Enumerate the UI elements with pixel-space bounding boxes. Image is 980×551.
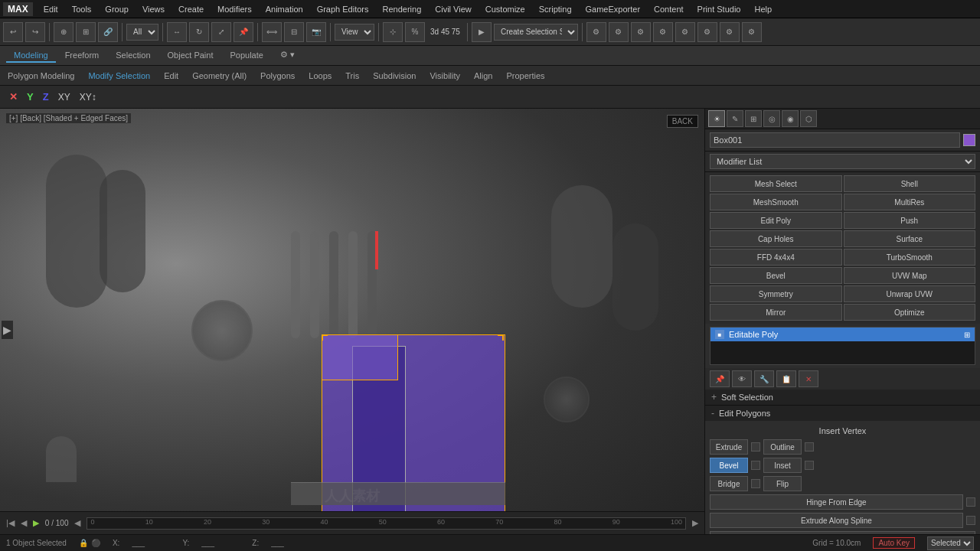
- tab-lights-icon[interactable]: ◉: [782, 110, 799, 127]
- stack-show-button[interactable]: 👁: [732, 370, 752, 387]
- link-button[interactable]: 🔗: [98, 22, 118, 42]
- filter-dropdown[interactable]: All: [126, 24, 158, 41]
- extrude-spline-settings[interactable]: [966, 516, 975, 525]
- settings-button4[interactable]: ⚙: [653, 22, 673, 42]
- scale-button[interactable]: ⤢: [211, 22, 231, 42]
- menu-views[interactable]: Views: [136, 3, 171, 15]
- axis-z[interactable]: Z: [40, 90, 52, 104]
- settings-button3[interactable]: ⚙: [631, 22, 651, 42]
- move-button[interactable]: ↔: [167, 22, 187, 42]
- poly-tab-subdivision[interactable]: Subdivision: [368, 70, 420, 82]
- menu-graph-editors[interactable]: Graph Editors: [311, 3, 375, 15]
- modifier-bevel[interactable]: Bevel: [710, 267, 842, 284]
- settings-button1[interactable]: ⚙: [586, 22, 606, 42]
- stack-copy-button[interactable]: 📋: [776, 370, 796, 387]
- poly-tab-geometry-all[interactable]: Geometry (All): [188, 70, 251, 82]
- axis-y[interactable]: Y: [24, 90, 37, 104]
- close-icon[interactable]: ✕: [6, 90, 21, 104]
- edit-polygons-header[interactable]: - Edit Polygons: [705, 406, 980, 421]
- tab-populate[interactable]: Populate: [222, 49, 270, 63]
- viewport-mode-dropdown[interactable]: View: [335, 24, 374, 41]
- tab-extra[interactable]: ⚙ ▾: [273, 48, 302, 63]
- outline-settings[interactable]: [805, 442, 814, 452]
- object-color-swatch[interactable]: [963, 134, 975, 146]
- poly-tab-properties[interactable]: Properties: [501, 70, 549, 82]
- left-panel-toggle[interactable]: ▶: [2, 321, 13, 339]
- settings-button6[interactable]: ⚙: [697, 22, 717, 42]
- stack-delete-button[interactable]: ✕: [799, 370, 818, 387]
- align-button[interactable]: ⊟: [284, 22, 304, 42]
- play-prev-button[interactable]: |◀: [3, 518, 18, 528]
- stack-item-close[interactable]: ⊞: [964, 331, 970, 339]
- bridge-button[interactable]: Bridge: [710, 476, 748, 491]
- menu-game-exporter[interactable]: GameExporter: [580, 3, 647, 15]
- render-button[interactable]: ▶: [472, 22, 492, 42]
- axis-xy2[interactable]: XY↕: [77, 90, 100, 104]
- extrude-button[interactable]: Extrude: [710, 439, 748, 455]
- modifier-mesh-select[interactable]: Mesh Select: [710, 175, 842, 192]
- selection-lock-icon[interactable]: 🔒: [79, 539, 88, 547]
- stack-editable-poly[interactable]: ■ Editable Poly ⊞: [710, 328, 975, 341]
- menu-scripting[interactable]: Scripting: [533, 3, 578, 15]
- stack-config-button[interactable]: 🔧: [754, 370, 774, 387]
- modifier-uvwmap[interactable]: UVW Map: [844, 267, 976, 284]
- play-button[interactable]: ▶: [30, 518, 42, 528]
- tab-modeling[interactable]: Modeling: [6, 49, 56, 63]
- poly-tab-tris[interactable]: Tris: [341, 70, 364, 82]
- menu-animation[interactable]: Animation: [260, 3, 309, 15]
- menu-create[interactable]: Create: [172, 3, 210, 15]
- modifier-surface[interactable]: Surface: [844, 230, 976, 247]
- undo-button[interactable]: ↩: [3, 22, 23, 42]
- snap-button[interactable]: ⊹: [383, 22, 403, 42]
- transform-lock-icon[interactable]: ⚫: [91, 539, 100, 547]
- inset-settings[interactable]: [805, 461, 814, 470]
- menu-modifiers[interactable]: Modifiers: [211, 3, 258, 15]
- modifier-shell[interactable]: Shell: [844, 175, 976, 192]
- modifier-edit-poly[interactable]: Edit Poly: [710, 212, 842, 229]
- settings-button8[interactable]: ⚙: [742, 22, 762, 42]
- key-mode-dropdown[interactable]: Selected: [927, 536, 974, 550]
- menu-group[interactable]: Group: [99, 3, 135, 15]
- menu-help[interactable]: Help: [748, 3, 778, 15]
- poly-tab-modify[interactable]: Modify Selection: [83, 70, 155, 82]
- bevel-settings[interactable]: [751, 461, 760, 470]
- poly-tab-polygons[interactable]: Polygons: [256, 70, 299, 82]
- poly-tab-align[interactable]: Align: [469, 70, 497, 82]
- poly-tab-edit[interactable]: Edit: [159, 70, 183, 82]
- settings-button2[interactable]: ⚙: [609, 22, 629, 42]
- modifier-symmetry[interactable]: Symmetry: [710, 285, 842, 302]
- modifier-push[interactable]: Push: [844, 212, 976, 229]
- menu-civil-view[interactable]: Civil View: [429, 3, 477, 15]
- modifier-list-dropdown[interactable]: Modifier List: [710, 154, 975, 169]
- modifier-ffd[interactable]: FFD 4x4x4: [710, 249, 842, 266]
- tab-camera-icon[interactable]: ⬡: [800, 110, 817, 127]
- mirror-button[interactable]: ⟺: [262, 22, 282, 42]
- poly-tab-visibility[interactable]: Visibility: [425, 70, 465, 82]
- poly-tab-loops[interactable]: Loops: [304, 70, 336, 82]
- tab-utilities-icon[interactable]: ◎: [763, 110, 780, 127]
- select-region-button[interactable]: ⊞: [76, 22, 96, 42]
- percent-button[interactable]: %: [405, 22, 425, 42]
- timeline-track[interactable]: 0 10 20 30 40 50 60 70 80 90 100: [87, 517, 686, 530]
- place-button[interactable]: 📌: [234, 22, 253, 42]
- object-name-input[interactable]: [710, 132, 960, 148]
- tab-display-icon[interactable]: ☀: [708, 110, 725, 127]
- inset-button[interactable]: Inset: [763, 458, 802, 473]
- create-selection-dropdown[interactable]: Create Selection Se: [494, 24, 578, 41]
- timeline-right-arrow[interactable]: ▶: [689, 518, 701, 528]
- bridge-settings[interactable]: [751, 479, 760, 488]
- tab-motion-icon[interactable]: ✎: [727, 110, 743, 127]
- flip-button[interactable]: Flip: [763, 476, 802, 491]
- viewport[interactable]: [+] [Back] [Shaded + Edged Faces] BACK 人…: [0, 109, 704, 551]
- settings-button7[interactable]: ⚙: [720, 22, 740, 42]
- settings-button5[interactable]: ⚙: [675, 22, 695, 42]
- modifier-multires[interactable]: MultiRes: [844, 194, 976, 210]
- axis-xy[interactable]: XY: [55, 90, 74, 104]
- menu-tools[interactable]: Tools: [66, 3, 98, 15]
- soft-selection-header[interactable]: + Soft Selection: [705, 390, 980, 405]
- outline-button[interactable]: Outline: [763, 439, 802, 455]
- tab-object-paint[interactable]: Object Paint: [160, 49, 221, 63]
- stack-pin-button[interactable]: 📌: [710, 370, 730, 387]
- tab-selection[interactable]: Selection: [108, 49, 158, 63]
- tab-freeform[interactable]: Freeform: [57, 49, 107, 63]
